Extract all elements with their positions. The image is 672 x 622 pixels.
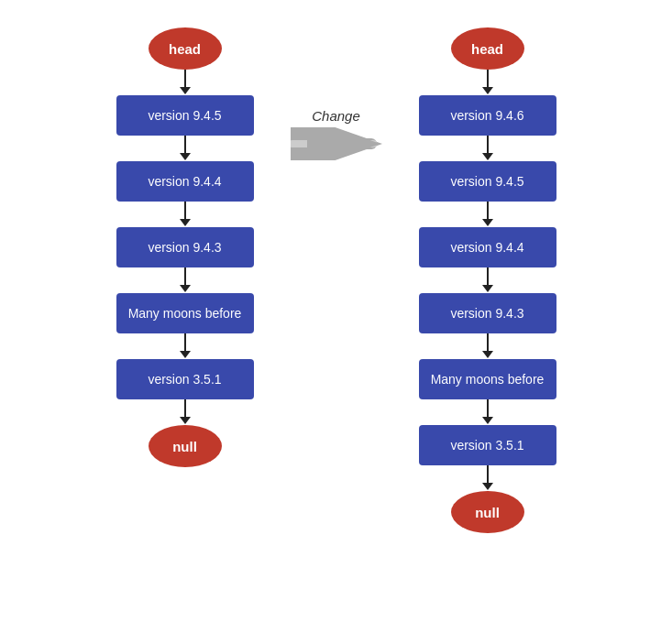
right-arrow-3 [482,267,493,293]
left-arrow-4 [180,333,191,359]
left-chain: head version 9.4.5 version 9.4.4 version… [94,27,277,467]
right-node-4: version 9.4.3 [419,293,556,333]
left-node-2: version 9.4.4 [116,161,254,202]
left-node-5: version 3.5.1 [116,359,254,399]
right-arrow-6 [482,465,493,491]
left-null-node: null [149,425,222,467]
left-arrow-5 [180,399,191,425]
right-arrow-0 [482,70,493,95]
left-node-4: Many moons before [116,293,254,333]
right-arrow-4 [482,333,493,359]
right-node-3: version 9.4.4 [419,227,556,267]
change-label: Change [312,108,360,124]
right-node-5: Many moons before [419,359,556,399]
right-node-6: version 3.5.1 [419,425,556,465]
left-arrow-2 [180,202,191,227]
left-node-3: version 9.4.3 [116,227,254,267]
right-arrow-2 [482,202,493,227]
right-head-node: head [451,27,524,70]
right-node-2: version 9.4.5 [419,161,556,202]
left-arrow-3 [180,267,191,293]
change-arrow-icon [291,127,382,160]
right-arrow-1 [482,136,493,161]
diagram-container: head version 9.4.5 version 9.4.4 version… [0,0,672,561]
left-arrow-0 [180,70,191,95]
left-node-1: version 9.4.5 [116,95,254,136]
left-head-node: head [149,27,222,70]
change-arrow-container: Change [277,27,396,160]
right-chain: head version 9.4.6 version 9.4.5 version… [396,27,579,533]
left-arrow-1 [180,136,191,161]
right-null-node: null [451,491,524,533]
right-arrow-5 [482,399,493,425]
right-node-1: version 9.4.6 [419,95,556,136]
